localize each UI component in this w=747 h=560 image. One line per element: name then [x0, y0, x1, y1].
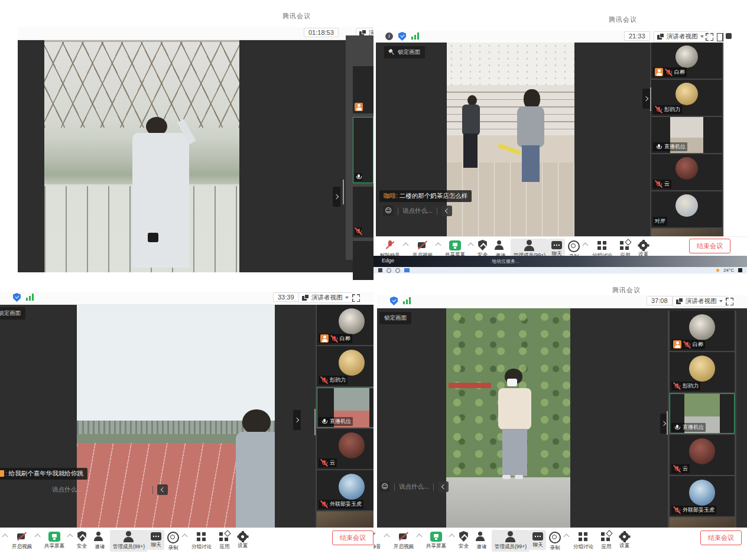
shield-check-icon[interactable] [13, 293, 21, 302]
sidebar-collapse-handle[interactable] [293, 410, 301, 430]
emoji-icon[interactable]: ☺ [379, 481, 390, 492]
search-icon[interactable] [387, 268, 391, 273]
shield-check-icon[interactable] [398, 32, 406, 41]
chevron-up-icon[interactable] [417, 534, 423, 540]
chevron-up-icon[interactable] [182, 534, 188, 540]
chevron-up-icon[interactable] [35, 534, 41, 540]
participant-tile[interactable] [317, 512, 374, 528]
toolbar-item[interactable]: 录制 [164, 530, 189, 553]
view-mode-button[interactable]: 演讲者视图 [298, 292, 353, 303]
chevron-up-icon[interactable] [67, 534, 73, 540]
taskbar-tray-icon[interactable] [738, 268, 742, 272]
participant-tile[interactable]: 直播机位 [651, 117, 722, 153]
sidebar-scrollbar[interactable] [667, 411, 668, 435]
end-meeting-button[interactable]: 结束会议 [332, 530, 374, 545]
toolbar-item[interactable]: 安全 [456, 530, 472, 551]
sidebar-scrollbar[interactable] [650, 87, 651, 111]
chat-input-row[interactable]: ☺ 说点什么... [383, 206, 452, 216]
participant-tile[interactable]: 白桦 [670, 311, 735, 351]
view-mode-button[interactable]: 演讲者视图 [654, 31, 708, 42]
toolbar-item[interactable]: 设置 [616, 530, 632, 551]
participant-tile[interactable]: 彭韵力 [317, 346, 374, 386]
chevron-up-icon[interactable] [436, 243, 441, 249]
info-icon[interactable]: i [385, 32, 393, 40]
participant-tile[interactable]: 云 [317, 429, 374, 469]
view-mode-button[interactable]: 演讲者视图 [673, 296, 727, 307]
participant-tile-partial[interactable] [353, 187, 374, 237]
toolbar-item[interactable]: 解除静音 [374, 530, 391, 552]
participant-tile[interactable]: 云 [651, 154, 722, 190]
toolbar-item[interactable]: 共享屏幕 [41, 530, 74, 551]
participant-tile[interactable]: 彭韵力 [651, 80, 722, 116]
task-view-icon[interactable] [395, 268, 400, 273]
chat-panel-icon[interactable] [726, 33, 732, 39]
participant-tile[interactable]: 外联部妥玉虎 [317, 470, 374, 510]
toolbar-item[interactable]: 管理成员(99+) [110, 530, 148, 552]
participant-tile[interactable]: 彭韵力 [670, 352, 735, 392]
participant-tile[interactable] [651, 229, 722, 236]
chevron-up-icon[interactable] [2, 534, 8, 540]
toolbar-item[interactable]: 邀请 [472, 530, 492, 552]
emoji-icon[interactable]: ☺ [383, 206, 394, 216]
toolbar-item[interactable]: 开启视频 [9, 530, 41, 552]
toolbar-item[interactable]: 应用 [215, 530, 235, 552]
toolbar-label: 管理成员(99+) [495, 543, 527, 551]
toolbar-item[interactable]: 邀请 [90, 530, 110, 552]
lock-view-button[interactable]: 锁定画面 [0, 307, 25, 320]
toolbar-item[interactable]: 分组讨论 [189, 530, 215, 552]
participant-tile[interactable]: 对岸 [651, 191, 722, 227]
chat-collapse-button[interactable] [438, 481, 449, 492]
chat-input-row[interactable]: 说点什么... [52, 484, 168, 495]
chat-input-row[interactable]: ☺ 说点什么... [379, 481, 449, 492]
chat-collapse-button[interactable] [441, 206, 452, 216]
fullscreen-icon[interactable] [706, 33, 713, 41]
chevron-up-icon[interactable] [403, 243, 409, 249]
participant-tile[interactable] [670, 517, 735, 528]
sidebar-scrollbar[interactable] [314, 409, 316, 435]
chat-input-placeholder[interactable]: 说点什么... [399, 483, 429, 491]
end-meeting-button[interactable]: 结束会议 [689, 239, 730, 253]
toolbar-item[interactable]: 开启视频 [391, 530, 423, 552]
toolbar-item[interactable]: 管理成员(99+) [492, 530, 530, 552]
participant-tile-partial[interactable] [353, 66, 374, 113]
participant-tile[interactable]: 云 [670, 435, 735, 475]
toolbar-item[interactable]: 聊天 [148, 530, 164, 550]
toolbar-item[interactable]: 设置 [235, 530, 251, 551]
chevron-up-icon[interactable] [468, 243, 474, 249]
chat-text-line [724, 141, 747, 152]
fullscreen-icon[interactable] [352, 294, 360, 302]
start-button-icon[interactable] [378, 268, 382, 272]
participant-tile-partial[interactable] [353, 117, 374, 183]
windows-taskbar[interactable]: 24°C [374, 267, 747, 274]
participant-tile[interactable]: 白桦 [317, 305, 374, 345]
toolbar-item[interactable]: 解除静音 [0, 530, 9, 552]
toolbar-item[interactable]: 录制 [546, 530, 570, 553]
chevron-up-icon[interactable] [449, 534, 455, 540]
sidebar-scrollbar[interactable] [343, 180, 344, 204]
chevron-up-icon[interactable] [583, 243, 589, 249]
chevron-up-icon[interactable] [564, 534, 570, 540]
mic-on-icon [673, 424, 681, 431]
lock-view-button[interactable]: 锁定画面 [384, 46, 425, 58]
toolbar-item[interactable]: 共享屏幕 [423, 530, 456, 551]
chat-input-placeholder[interactable]: 说点什么... [402, 207, 433, 215]
toolbar-item[interactable]: 应用 [596, 530, 616, 552]
chat-input-placeholder[interactable]: 说点什么... [52, 486, 82, 494]
participant-tile-partial[interactable] [353, 241, 374, 280]
chat-collapse-button[interactable] [157, 484, 168, 495]
participant-tile[interactable]: 直播机位 [317, 388, 374, 428]
lock-view-button[interactable]: 锁定画面 [379, 312, 411, 324]
fullscreen-icon[interactable] [726, 298, 733, 305]
chevron-up-icon[interactable] [384, 534, 390, 540]
toolbar-item[interactable]: 分组讨论 [570, 530, 596, 552]
shield-check-icon[interactable] [390, 297, 398, 305]
end-meeting-button[interactable]: 结束会议 [700, 530, 742, 545]
toolbar-item[interactable]: 安全 [74, 530, 90, 551]
sidebar-collapse-handle[interactable] [333, 187, 340, 207]
participant-tile[interactable]: 直播机位 [670, 393, 735, 434]
taskbar-app-icon[interactable] [404, 268, 410, 272]
sidebar-collapse-handle[interactable] [642, 89, 650, 109]
toolbar-item[interactable]: 聊天 [530, 530, 546, 550]
participant-tile[interactable]: 白桦 [651, 43, 722, 79]
participant-tile[interactable]: 外联部妥玉虎 [670, 476, 735, 516]
